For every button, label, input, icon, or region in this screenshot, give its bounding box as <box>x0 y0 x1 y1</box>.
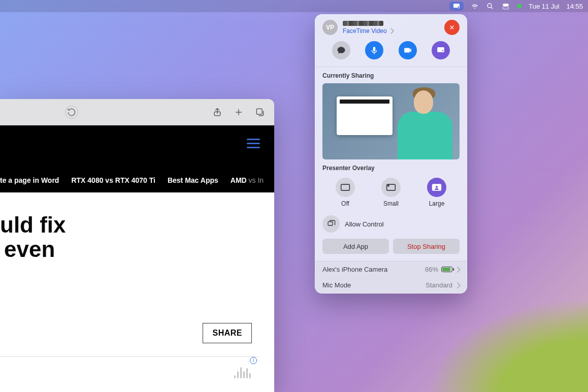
camera-label: Alex's iPhone Camera <box>322 266 387 273</box>
battery-percentage: 86% <box>425 266 438 273</box>
end-call-button[interactable] <box>444 20 460 35</box>
svg-rect-5 <box>503 7 509 9</box>
article-headline: uld fix even <box>0 213 259 262</box>
panel-footer: Alex's iPhone Camera 86% Mic Mode Standa… <box>315 261 467 293</box>
link-item[interactable]: Best Mac Apps <box>168 176 218 184</box>
link-item[interactable]: AMD <box>231 176 247 184</box>
svg-rect-4 <box>503 4 509 6</box>
allow-control-row[interactable]: Allow Control <box>315 213 467 239</box>
link-item-suffix: vs In <box>249 176 264 184</box>
audio-wave-icon[interactable]: i <box>0 357 259 378</box>
site-header <box>0 125 274 168</box>
privacy-indicator-dot <box>517 4 521 8</box>
overlay-option-label: Off <box>341 200 349 207</box>
info-badge-icon[interactable]: i <box>250 357 257 364</box>
svg-point-14 <box>442 50 443 51</box>
svg-point-1 <box>458 6 460 8</box>
share-button[interactable]: SHARE <box>203 323 252 343</box>
menubar-date[interactable]: Tue 11 Jul <box>529 3 559 10</box>
overlay-option-off[interactable]: Off <box>336 178 355 207</box>
svg-rect-9 <box>256 109 262 114</box>
presenter-overlay-label: Presenter Overlay <box>315 159 467 176</box>
trending-links: te a page in Word RTX 4080 vs RTX 4070 T… <box>0 168 274 192</box>
facetime-sharing-panel: VP FaceTime Video Currently Sharing <box>315 14 467 293</box>
svg-rect-20 <box>328 222 333 226</box>
mic-mode-value: Standard <box>426 281 452 289</box>
sharing-preview[interactable] <box>322 83 460 159</box>
link-item[interactable]: RTX 4080 vs RTX 4070 Ti <box>71 176 155 184</box>
reload-button[interactable] <box>65 106 78 119</box>
chevron-right-icon <box>454 282 460 288</box>
overlay-option-label: Large <box>429 200 445 207</box>
chevron-right-icon <box>388 28 394 34</box>
camera-button[interactable] <box>399 41 417 59</box>
call-controls <box>315 38 467 67</box>
svg-point-2 <box>487 4 492 8</box>
screen-share-menubar-icon[interactable] <box>449 2 464 11</box>
menubar: Tue 11 Jul 14:55 <box>0 0 588 12</box>
camera-row[interactable]: Alex's iPhone Camera 86% <box>315 262 467 277</box>
mic-mode-row[interactable]: Mic Mode Standard <box>315 277 467 293</box>
caller-name-redacted <box>343 21 383 26</box>
panel-header: VP FaceTime Video <box>315 15 467 38</box>
wifi-icon[interactable] <box>471 2 479 10</box>
currently-sharing-label: Currently Sharing <box>315 67 467 83</box>
tab-overview-icon[interactable] <box>255 107 265 117</box>
safari-window: te a page in Word RTX 4080 vs RTX 4070 T… <box>0 99 274 392</box>
safari-toolbar <box>0 99 274 125</box>
messages-button[interactable] <box>332 41 350 59</box>
mic-mode-label: Mic Mode <box>322 281 351 289</box>
desktop-wallpaper-accent <box>405 301 588 392</box>
battery-icon <box>441 267 452 272</box>
svg-point-17 <box>387 185 389 187</box>
hamburger-menu-icon[interactable] <box>247 139 260 148</box>
svg-line-3 <box>491 7 493 9</box>
allow-control-icon <box>322 215 340 233</box>
overlay-option-label: Small <box>383 200 399 207</box>
overlay-option-small[interactable]: Small <box>381 178 401 207</box>
control-center-icon[interactable] <box>501 3 510 10</box>
add-app-button[interactable]: Add App <box>322 239 389 254</box>
overlay-option-large[interactable]: Large <box>427 178 446 207</box>
call-type-link[interactable]: FaceTime Video <box>343 27 439 35</box>
spotlight-search-icon[interactable] <box>486 2 494 10</box>
panel-buttons: Add App Stop Sharing <box>315 239 467 261</box>
allow-control-label: Allow Control <box>345 220 384 228</box>
avatar[interactable]: VP <box>322 20 338 35</box>
chevron-right-icon <box>454 267 460 272</box>
share-icon[interactable] <box>212 107 222 117</box>
screen-share-button[interactable] <box>432 41 450 59</box>
stop-sharing-button[interactable]: Stop Sharing <box>393 239 460 254</box>
new-tab-icon[interactable] <box>234 107 244 117</box>
svg-point-19 <box>436 186 438 188</box>
article-body: uld fix even SHARE i <box>0 192 274 378</box>
overlay-options: Off Small Large <box>315 176 467 213</box>
link-item[interactable]: te a page in Word <box>0 176 59 184</box>
svg-rect-15 <box>341 184 350 190</box>
menubar-time[interactable]: 14:55 <box>566 3 583 10</box>
microphone-button[interactable] <box>365 41 383 59</box>
